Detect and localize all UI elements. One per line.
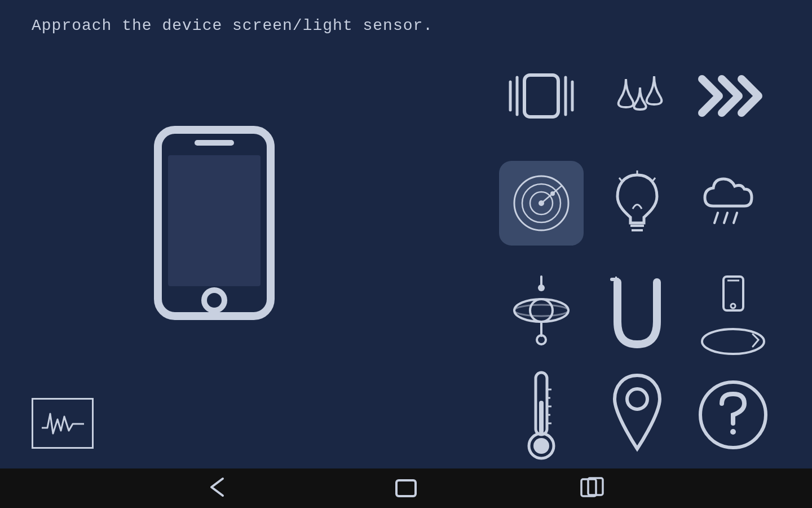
nav-home-button[interactable] [392,476,420,501]
nav-bar [0,468,812,508]
vibration-icon [505,59,578,133]
svg-line-19 [653,178,655,181]
thermometer-icon [505,378,578,452]
chevrons-icon [696,59,770,133]
svg-point-44 [627,389,647,409]
svg-point-24 [514,299,568,322]
light-bulb-icon [601,167,674,240]
waveform-box [32,398,94,449]
svg-line-18 [619,178,621,181]
location-icon [601,378,674,452]
svg-point-33 [731,304,735,308]
gyroscope-icon [505,279,578,353]
question-icon [696,378,770,452]
instruction-text: Approach the device screen/light sensor. [32,17,433,34]
svg-line-22 [734,213,737,223]
svg-line-21 [724,213,727,223]
cloud-rain-icon [696,167,770,240]
phone-orbit-icon [696,279,770,353]
svg-rect-3 [168,155,261,286]
sensor-icons-grid [496,45,778,452]
svg-point-29 [538,284,545,291]
svg-rect-36 [539,401,544,433]
magnet-icon [601,279,674,353]
svg-point-25 [530,299,553,322]
svg-rect-47 [396,480,416,496]
svg-point-2 [204,290,224,310]
svg-rect-1 [195,140,234,146]
svg-point-34 [702,329,764,354]
svg-point-38 [533,438,549,454]
svg-line-20 [714,213,718,223]
svg-point-46 [730,429,736,435]
nav-recents-button[interactable] [578,476,606,501]
svg-point-14 [550,191,555,196]
svg-point-26 [514,305,568,316]
radar-icon [499,161,584,246]
nav-back-button[interactable] [206,476,234,501]
svg-rect-31 [723,277,743,310]
phone-main-icon [152,124,276,325]
water-drops-icon [601,59,674,133]
svg-rect-6 [524,75,558,117]
